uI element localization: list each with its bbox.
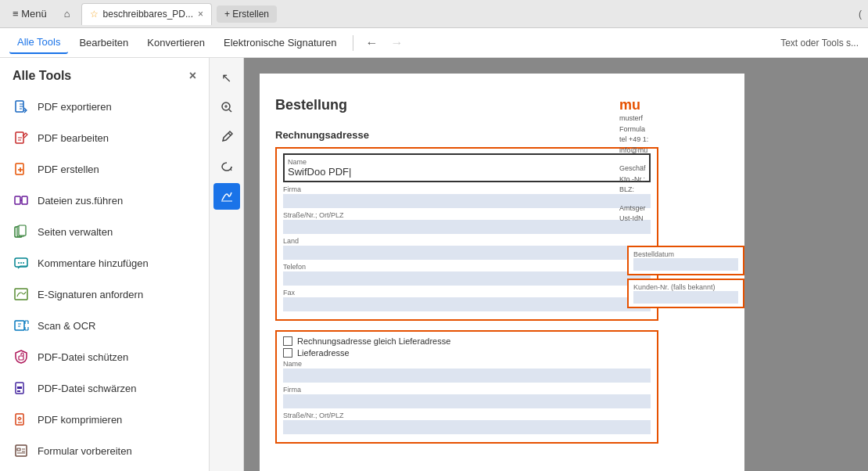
svg-rect-16 (17, 387, 22, 389)
sidebar-header: Alle Tools × (0, 58, 209, 91)
tab-close-button[interactable]: × (198, 9, 203, 20)
sidebar-item-pages[interactable]: Seiten verwalten (0, 216, 209, 247)
svg-rect-13 (15, 321, 24, 330)
svg-rect-17 (17, 390, 20, 392)
sidebar-item-pages-label: Seiten verwalten (38, 226, 113, 238)
telefon-input[interactable] (283, 271, 651, 286)
strasse2-label: Straße/Nr.; Ort/PLZ (283, 412, 651, 419)
sidebar-item-export[interactable]: PDF exportieren (0, 91, 209, 122)
sidebar-close-button[interactable]: × (189, 69, 196, 83)
form-icon (13, 442, 30, 459)
sidebar-item-comment-label: Kommentare hinzufügen (38, 257, 149, 269)
menu-konvertieren[interactable]: Konvertieren (139, 32, 213, 53)
home-button[interactable]: ⌂ (58, 5, 77, 23)
pen-tool-button[interactable] (213, 124, 240, 150)
name-value[interactable]: SwifDoo PDF| (288, 166, 646, 178)
edit-icon (13, 129, 30, 146)
sidebar-item-protect[interactable]: PDF-Datei schützen (0, 341, 209, 372)
checkbox-lieferadresse[interactable]: Lieferadresse (283, 348, 651, 358)
checkbox-same-label: Rechnungsadresse gleich Lieferadresse (297, 336, 450, 346)
merge-icon (13, 192, 30, 209)
sidebar-item-redact[interactable]: PDF-Datei schwärzen (0, 372, 209, 404)
land-label: Land (283, 237, 651, 245)
cursor-tool-button[interactable]: ↖ (213, 64, 240, 91)
browser-tab[interactable]: ☆ beschreibbares_PD... × (81, 3, 212, 25)
nav-forward-button[interactable]: → (386, 32, 408, 54)
menu-all-tools[interactable]: Alle Tools (9, 31, 68, 54)
sidebar-item-merge[interactable]: Dateien zus.führen (0, 185, 209, 216)
svg-rect-7 (19, 225, 26, 236)
lasso-tool-button[interactable] (213, 153, 240, 180)
pages-icon (13, 223, 30, 240)
bestelldatum-input[interactable] (633, 258, 738, 271)
sidebar-item-comment[interactable]: Kommentare hinzufügen (0, 247, 209, 279)
sidebar-item-esign[interactable]: E-Signaturen anfordern (0, 279, 209, 310)
brand-text: mu (619, 97, 744, 113)
fax-field[interactable]: Fax (283, 289, 651, 311)
bestelldatum-label: Bestelldatum (633, 250, 738, 258)
sidebar-item-form[interactable]: Formular vorbereiten (0, 435, 209, 466)
name2-field[interactable]: Name (283, 360, 651, 383)
nav-back-button[interactable]: ← (361, 32, 383, 54)
kundennr-label: Kunden-Nr. (falls bekannt) (633, 283, 738, 291)
doc-toolbar: ↖ (210, 58, 244, 471)
menu-bar: Alle Tools Bearbeiten Konvertieren Elekt… (0, 28, 868, 58)
name2-input[interactable] (283, 369, 651, 383)
name2-label: Name (283, 360, 651, 368)
svg-point-9 (18, 262, 20, 264)
strasse-input[interactable] (283, 220, 651, 234)
doc-content[interactable]: Bestellung mu musterf Formula tel +49 1:… (244, 58, 868, 471)
ocr-icon (13, 317, 30, 334)
sidebar-item-protect-label: PDF-Datei schützen (38, 351, 128, 363)
home-icon: ⌂ (64, 8, 70, 20)
telefon-field[interactable]: Telefon (283, 263, 651, 286)
firma-label: Firma (283, 185, 651, 193)
strasse2-input[interactable] (283, 420, 651, 434)
sidebar-item-form-label: Formular vorbereiten (38, 445, 132, 457)
sidebar-item-compress[interactable]: PDF komprimieren (0, 404, 209, 435)
sidebar: Alle Tools × PDF exportieren (0, 58, 210, 471)
firma-field[interactable]: Firma (283, 185, 651, 208)
sidebar-item-ocr[interactable]: Scan & OCR (0, 310, 209, 341)
kundennr-input[interactable] (633, 291, 738, 304)
firma2-field[interactable]: Firma (283, 386, 651, 408)
strasse-field[interactable]: Straße/Nr.; Ort/PLZ (283, 211, 651, 234)
main-layout: Alle Tools × PDF exportieren (0, 58, 868, 471)
firma-input[interactable] (283, 194, 651, 208)
side-fields: Bestelldatum Kunden-Nr. (falls bekannt) (627, 246, 744, 311)
svg-rect-12 (15, 289, 27, 300)
right-info-block: mu musterf Formula tel +49 1: info@mu Ge… (619, 97, 744, 225)
esign-icon (13, 286, 30, 303)
new-tab-button[interactable]: + Erstellen (217, 5, 277, 23)
name-label: Name (288, 158, 646, 166)
sidebar-item-edit[interactable]: PDF bearbeiten (0, 122, 209, 153)
checkbox-same-address[interactable]: Rechnungsadresse gleich Lieferadresse (283, 336, 651, 346)
pdf-page: Bestellung mu musterf Formula tel +49 1:… (260, 74, 744, 471)
menu-bearbeiten[interactable]: Bearbeiten (71, 32, 136, 53)
sidebar-item-create[interactable]: PDF erstellen (0, 153, 209, 185)
firma2-input[interactable] (283, 394, 651, 408)
name-field-active[interactable]: Name SwifDoo PDF| (283, 153, 651, 182)
zoom-tool-button[interactable] (213, 94, 240, 120)
fax-label: Fax (283, 289, 651, 297)
checkbox-same-icon[interactable] (283, 336, 292, 346)
title-bar: ≡ Menü ⌂ ☆ beschreibbares_PD... × + Erst… (0, 0, 868, 28)
land-field[interactable]: Land (283, 237, 651, 260)
company-legal: Amtsger Ust-IdN (619, 203, 744, 225)
checkbox-lieferadresse-icon[interactable] (283, 348, 292, 358)
export-icon (13, 98, 30, 115)
sidebar-item-edit-label: PDF bearbeiten (38, 132, 109, 144)
menu-signaturen[interactable]: Elektronische Signaturen (216, 32, 345, 53)
svg-rect-4 (22, 196, 27, 204)
create-icon (13, 160, 30, 178)
strasse2-field[interactable]: Straße/Nr.; Ort/PLZ (283, 412, 651, 434)
land-input[interactable] (283, 246, 651, 260)
kundennr-field[interactable]: Kunden-Nr. (falls bekannt) (627, 279, 744, 308)
bestelldatum-field[interactable]: Bestelldatum (627, 246, 744, 275)
menu-button[interactable]: ≡ Menü (6, 5, 53, 23)
doc-area: ↖ (210, 58, 868, 471)
fax-input[interactable] (283, 297, 651, 311)
sign-tool-button[interactable] (213, 183, 240, 210)
svg-rect-20 (17, 448, 20, 451)
svg-rect-3 (15, 196, 20, 204)
